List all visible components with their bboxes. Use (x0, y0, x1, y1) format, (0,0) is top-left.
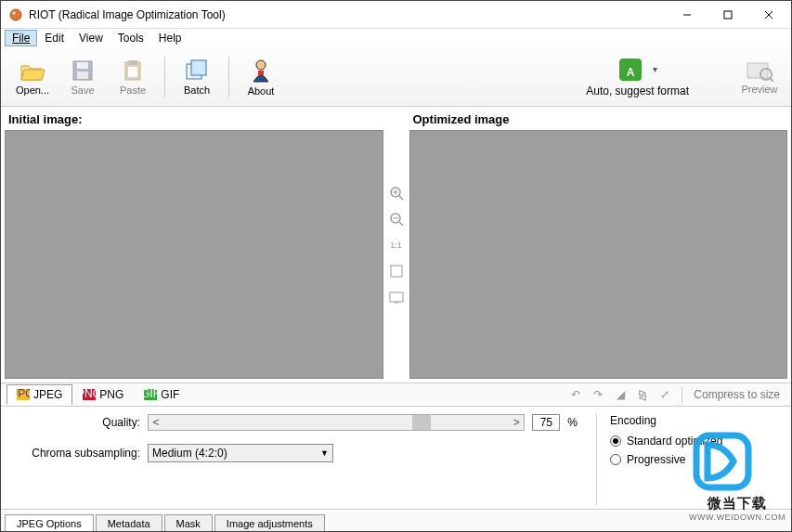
auto-format-icon: A (617, 57, 643, 83)
separator (682, 386, 682, 403)
quality-slider[interactable]: < > (148, 414, 525, 431)
toolbar: Open... Save Paste Batch About A ▾ Auto,… (1, 47, 791, 107)
paste-button[interactable]: Paste (110, 51, 155, 103)
svg-line-20 (770, 78, 773, 82)
optimized-image-label: Optimized image (409, 110, 788, 130)
svg-point-0 (10, 9, 21, 20)
svg-line-22 (399, 196, 403, 200)
quality-percent-label: % (567, 416, 578, 429)
jpeg-icon: JPG (17, 389, 30, 400)
undo-icon[interactable]: ↶ (567, 386, 584, 403)
rotate-icon[interactable]: ◢ (612, 386, 629, 403)
auto-format-button[interactable]: A ▾ Auto, suggest format (586, 57, 689, 97)
tab-metadata[interactable]: Metadata (96, 514, 162, 532)
fit-window-icon[interactable] (387, 262, 406, 280)
slider-right-arrow-icon[interactable]: > (509, 416, 524, 429)
zoom-tools: 1:1 (385, 110, 408, 379)
initial-image-pane: Initial image: (5, 110, 383, 379)
menu-edit[interactable]: Edit (37, 30, 71, 46)
radio-icon (610, 454, 621, 465)
svg-point-1 (13, 11, 16, 14)
chroma-label: Chroma subsampling: (10, 447, 140, 460)
format-tab-row: JPG JPEG PNG PNG GIF GIF ↶ ↷ ◢ ⧎ ⤢ Compr… (1, 383, 791, 407)
slider-thumb[interactable] (412, 415, 431, 430)
zoom-out-icon[interactable] (387, 210, 406, 228)
svg-text:JPG: JPG (17, 389, 30, 400)
svg-text:PNG: PNG (83, 389, 96, 400)
title-bar: RIOT (Radical Image Optimization Tool) (1, 1, 791, 29)
folder-open-icon (19, 58, 45, 83)
save-icon (71, 58, 95, 83)
batch-button[interactable]: Batch (175, 51, 219, 103)
close-button[interactable] (748, 2, 789, 28)
redo-icon[interactable]: ↷ (590, 386, 606, 403)
tab-jpeg-options[interactable]: JPEG Options (5, 514, 94, 532)
initial-image-canvas[interactable] (5, 130, 383, 379)
image-panes: Initial image: 1:1 Optimized image (1, 107, 791, 383)
chroma-combo[interactable]: Medium (4:2:0) ▼ (148, 444, 333, 462)
quality-value-input[interactable]: 75 (532, 414, 560, 431)
flip-horizontal-icon[interactable]: ⧎ (634, 386, 651, 403)
compress-to-size-link[interactable]: Compress to size (688, 388, 786, 401)
about-icon (249, 58, 273, 84)
resize-icon[interactable]: ⤢ (656, 386, 673, 403)
svg-rect-3 (724, 11, 732, 19)
svg-rect-11 (128, 67, 137, 77)
optimized-image-canvas[interactable] (409, 130, 788, 379)
svg-rect-8 (77, 71, 88, 79)
svg-text:GIF: GIF (144, 389, 157, 400)
zoom-1to1-button[interactable]: 1:1 (387, 236, 406, 254)
svg-rect-13 (191, 60, 206, 75)
svg-rect-7 (77, 62, 88, 69)
menu-view[interactable]: View (71, 30, 110, 46)
svg-rect-15 (258, 71, 264, 75)
chevron-down-icon: ▾ (653, 64, 657, 74)
settings-panel: Quality: < > 75 % Chroma subsampling: Me… (1, 407, 791, 509)
paste-icon (121, 58, 145, 83)
maximize-button[interactable] (708, 2, 748, 28)
quality-label: Quality: (10, 416, 140, 429)
menu-tools[interactable]: Tools (110, 30, 151, 46)
encoding-progressive-radio[interactable]: Progressive (610, 453, 782, 466)
about-button[interactable]: About (239, 51, 283, 103)
menu-file[interactable]: File (5, 30, 37, 46)
format-tab-gif[interactable]: GIF GIF (134, 384, 189, 405)
svg-rect-10 (128, 60, 137, 65)
format-tab-jpeg[interactable]: JPG JPEG (6, 384, 72, 405)
svg-rect-18 (747, 63, 768, 78)
preview-icon (746, 59, 773, 82)
tab-image-adjustments[interactable]: Image adjustments (214, 514, 325, 532)
encoding-group: Encoding Standard optimized Progressive (596, 414, 782, 505)
radio-icon (610, 435, 621, 447)
batch-icon (184, 58, 210, 83)
chevron-down-icon: ▼ (320, 448, 329, 458)
svg-point-14 (256, 60, 266, 70)
slider-left-arrow-icon[interactable]: < (149, 416, 163, 429)
save-button[interactable]: Save (60, 51, 105, 103)
window-title: RIOT (Radical Image Optimization Tool) (29, 8, 667, 21)
app-icon (8, 7, 23, 22)
svg-rect-29 (390, 292, 403, 302)
optimized-image-pane: Optimized image (409, 110, 788, 379)
svg-text:A: A (627, 66, 635, 79)
menu-bar: File Edit View Tools Help (1, 29, 791, 47)
bottom-tab-bar: JPEG Options Metadata Mask Image adjustm… (1, 509, 791, 531)
open-button[interactable]: Open... (10, 51, 55, 103)
encoding-title: Encoding (610, 414, 782, 427)
format-tab-png[interactable]: PNG PNG (72, 384, 134, 405)
svg-rect-28 (391, 266, 402, 277)
toolbar-separator (228, 57, 229, 97)
preview-button[interactable]: Preview (737, 51, 782, 103)
minimize-button[interactable] (667, 2, 708, 28)
svg-line-26 (399, 222, 403, 226)
menu-help[interactable]: Help (151, 30, 189, 46)
zoom-in-icon[interactable] (387, 184, 406, 202)
toolbar-separator (164, 57, 165, 97)
png-icon: PNG (83, 389, 96, 400)
tab-mask[interactable]: Mask (164, 514, 213, 532)
fit-screen-icon[interactable] (387, 288, 406, 306)
initial-image-label: Initial image: (5, 110, 383, 130)
encoding-standard-radio[interactable]: Standard optimized (610, 435, 782, 448)
gif-icon: GIF (144, 389, 157, 400)
